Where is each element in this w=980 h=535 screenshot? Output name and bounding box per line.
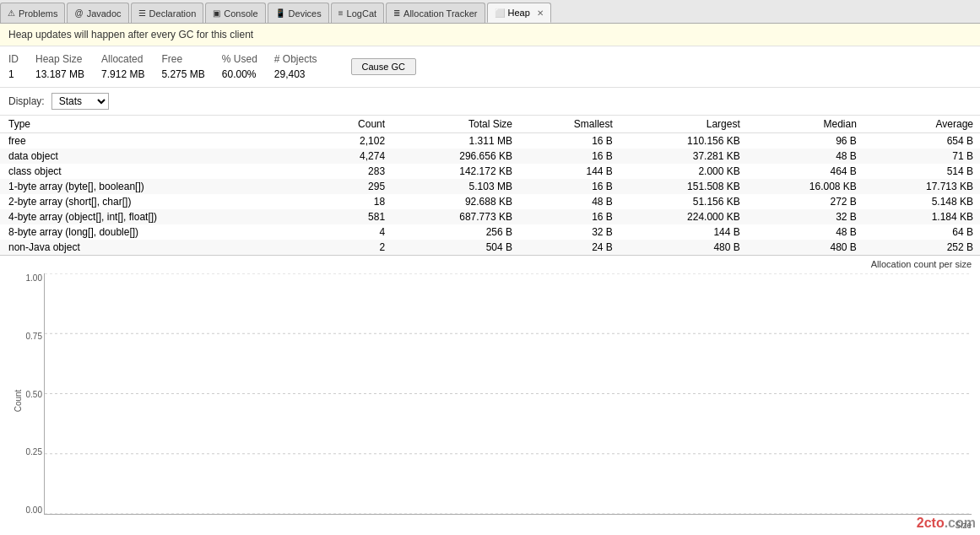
stats-cell-average: 5.148 KB [864,194,980,209]
stats-col-smallest: Smallest [519,116,620,133]
stats-row[interactable]: 8-byte array (long[], double[])4256 B32 … [0,224,980,240]
stats-cell-median: 48 B [747,149,864,164]
chart-y-tick-50: 0.50 [26,390,42,399]
stats-cell-average: 64 B [864,224,980,240]
watermark: 2cto.com [917,516,976,531]
tab-console[interactable]: ▣ Console [205,3,265,23]
stats-cell-average: 252 B [864,240,980,255]
chart-y-tick-0: 0.00 [26,505,42,515]
stats-table: Type Count Total Size Smallest Largest M… [0,116,980,255]
chart-title: Allocation count per size [0,256,980,269]
heap-col-percent-used: % Used [222,51,274,67]
stats-cell-median: 464 B [747,164,864,179]
stats-row[interactable]: class object283142.172 KB144 B2.000 KB46… [0,164,980,179]
allocation-tracker-icon: ≣ [393,8,400,18]
stats-row[interactable]: 2-byte array (short[], char[])1892.688 K… [0,194,980,209]
stats-col-total-size: Total Size [392,116,519,133]
chart-svg [45,273,972,514]
stats-cell-smallest: 144 B [519,164,620,179]
stats-cell-count: 4 [314,224,392,240]
stats-cell-count: 2,102 [314,133,392,149]
heap-cell-percent-used: 60.00% [222,67,274,82]
stats-cell-average: 654 B [864,133,980,149]
stats-cell-smallest: 32 B [519,224,620,240]
stats-cell-total-size: 92.688 KB [392,194,519,209]
stats-cell-largest: 144 B [620,224,747,240]
heap-table-section: ID Heap Size Allocated Free % Used # Obj… [0,46,980,88]
stats-cell-largest: 151.508 KB [620,179,747,194]
stats-cell-count: 2 [314,240,392,255]
stats-cell-smallest: 48 B [519,194,620,209]
stats-cell-smallest: 16 B [519,149,620,164]
cause-gc-button[interactable]: Cause GC [351,58,416,75]
stats-row[interactable]: free2,1021.311 MB16 B110.156 KB96 B654 B [0,133,980,149]
chart-y-tick-25: 0.25 [26,447,42,457]
stats-cell-average: 514 B [864,164,980,179]
stats-cell-smallest: 24 B [519,240,620,255]
stats-cell-type: 1-byte array (byte[], boolean[]) [0,179,314,194]
stats-section: Type Count Total Size Smallest Largest M… [0,116,980,255]
stats-cell-type: 2-byte array (short[], char[]) [0,194,314,209]
tab-allocation-tracker[interactable]: ≣ Allocation Tracker [386,3,485,23]
tab-heap-close[interactable]: ✕ [537,8,544,18]
chart-y-tick-75: 0.75 [26,332,42,341]
stats-cell-type: 4-byte array (object[], int[], float[]) [0,209,314,224]
heap-row-1: 1 13.187 MB 7.912 MB 5.275 MB 60.00% 29,… [8,67,334,82]
stats-col-average: Average [864,116,980,133]
stats-cell-type: class object [0,164,314,179]
stats-cell-median: 16.008 KB [747,179,864,194]
declaration-icon: ☰ [138,8,146,18]
heap-icon: ⬜ [495,8,505,18]
heap-col-allocated: Allocated [101,51,161,67]
stats-cell-total-size: 687.773 KB [392,209,519,224]
stats-cell-type: 8-byte array (long[], double[]) [0,224,314,240]
heap-summary-table: ID Heap Size Allocated Free % Used # Obj… [8,51,334,82]
tab-declaration[interactable]: ☰ Declaration [131,3,204,23]
heap-col-free: Free [161,51,221,67]
heap-cell-heap-size: 13.187 MB [35,67,101,82]
heap-col-id: ID [8,51,35,67]
stats-cell-median: 272 B [747,194,864,209]
tab-javadoc[interactable]: @ Javadoc [67,3,128,23]
heap-col-heap-size: Heap Size [35,51,101,67]
stats-row[interactable]: 4-byte array (object[], int[], float[])5… [0,209,980,224]
tab-devices[interactable]: 📱 Devices [268,3,329,23]
display-row: Display: Stats Bitmap List [0,88,980,116]
stats-cell-largest: 480 B [620,240,747,255]
stats-col-median: Median [747,116,864,133]
stats-cell-largest: 110.156 KB [620,133,747,149]
stats-cell-type: free [0,133,314,149]
console-icon: ▣ [213,8,220,18]
stats-row[interactable]: data object4,274296.656 KB16 B37.281 KB4… [0,149,980,164]
tab-bar: ⚠ Problems @ Javadoc ☰ Declaration ▣ Con… [0,0,980,24]
stats-row[interactable]: 1-byte array (byte[], boolean[])2955.103… [0,179,980,194]
stats-cell-smallest: 16 B [519,209,620,224]
stats-cell-median: 480 B [747,240,864,255]
stats-cell-total-size: 5.103 MB [392,179,519,194]
stats-cell-count: 18 [314,194,392,209]
logcat-icon: ≡ [338,8,344,18]
stats-cell-total-size: 256 B [392,224,519,240]
stats-cell-count: 4,274 [314,149,392,164]
stats-cell-smallest: 16 B [519,133,620,149]
stats-cell-total-size: 142.172 KB [392,164,519,179]
stats-cell-count: 581 [314,209,392,224]
tab-heap[interactable]: ⬜ Heap ✕ [487,3,551,23]
heap-cell-free: 5.275 MB [161,67,221,82]
problems-icon: ⚠ [8,8,15,18]
tab-problems[interactable]: ⚠ Problems [0,3,65,23]
stats-cell-largest: 51.156 KB [620,194,747,209]
stats-cell-type: data object [0,149,314,164]
stats-row[interactable]: non-Java object2504 B24 B480 B480 B252 B [0,240,980,255]
stats-cell-count: 295 [314,179,392,194]
info-bar: Heap updates will happen after every GC … [0,24,980,46]
heap-col-num-objects: # Objects [274,51,334,67]
stats-cell-average: 1.184 KB [864,209,980,224]
stats-cell-total-size: 296.656 KB [392,149,519,164]
stats-cell-total-size: 504 B [392,240,519,255]
display-select[interactable]: Stats Bitmap List [51,93,109,110]
chart-y-tick-100: 1.00 [26,273,42,283]
stats-col-largest: Largest [620,116,747,133]
tab-logcat[interactable]: ≡ LogCat [331,3,384,23]
stats-cell-median: 32 B [747,209,864,224]
